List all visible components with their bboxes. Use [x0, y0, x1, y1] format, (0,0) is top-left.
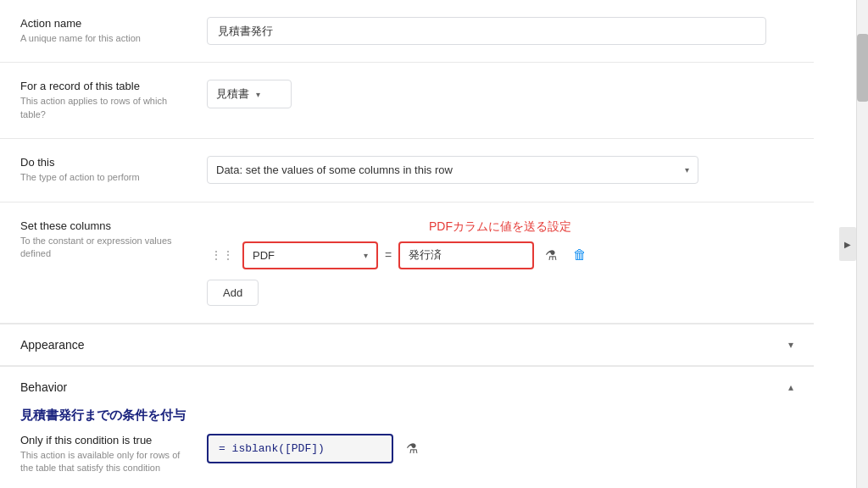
condition-row: Only if this condition is true This acti…	[20, 434, 793, 475]
chevron-down-icon: ▾	[256, 90, 260, 99]
behavior-title: Behavior	[20, 380, 67, 394]
behavior-annotation: 見積書発行までの条件を付与	[20, 408, 793, 424]
equals-sign: =	[383, 248, 393, 262]
action-name-content	[207, 17, 793, 45]
pdf-annotation: PDFカラムに値を送る設定	[207, 219, 793, 235]
chevron-down-icon: ▾	[788, 339, 793, 351]
set-columns-section: Set these columns To the constant or exp…	[0, 202, 814, 324]
appearance-title: Appearance	[20, 338, 85, 352]
action-name-desc: A unique name for this action	[20, 32, 190, 45]
beaker-icon[interactable]: ⚗	[539, 243, 563, 267]
drag-handle-icon[interactable]: ⋮⋮	[207, 245, 237, 265]
behavior-content: 見積書発行までの条件を付与 Only if this condition is …	[0, 408, 814, 488]
action-name-input[interactable]	[207, 17, 766, 45]
for-record-section: For a record of this table This action a…	[0, 63, 814, 139]
behavior-header[interactable]: Behavior ▴	[0, 367, 814, 408]
scrollbar-thumb[interactable]	[857, 34, 868, 102]
action-name-label: Action name A unique name for this actio…	[20, 17, 207, 45]
for-record-title: For a record of this table	[20, 80, 190, 92]
set-columns-title: Set these columns	[20, 219, 190, 232]
do-this-section: Do this The type of action to perform Da…	[0, 139, 814, 202]
condition-title: Only if this condition is true	[20, 434, 190, 446]
for-record-desc: This action applies to rows of which tab…	[20, 95, 190, 121]
do-this-value: Data: set the values of some columns in …	[216, 164, 453, 176]
condition-input[interactable]	[207, 434, 393, 463]
set-columns-content: PDFカラムに値を送る設定 ⋮⋮ PDF ▾ = ⚗ 🗑 Add	[207, 219, 793, 306]
chevron-down-icon: ▾	[685, 165, 689, 175]
appearance-section: Appearance ▾	[0, 324, 814, 366]
col-name-dropdown[interactable]: PDF ▾	[242, 241, 378, 269]
beaker-icon[interactable]: ⚗	[400, 436, 424, 460]
table-dropdown[interactable]: 見積書 ▾	[207, 80, 292, 108]
col-name-value: PDF	[253, 249, 275, 262]
arrow-right-icon: ▶	[844, 240, 851, 249]
col-value-input[interactable]	[398, 241, 534, 269]
for-record-label: For a record of this table This action a…	[20, 80, 207, 121]
chevron-down-icon: ▾	[364, 251, 368, 260]
scrollbar[interactable]	[856, 0, 868, 488]
do-this-content: Data: set the values of some columns in …	[207, 156, 793, 184]
do-this-desc: The type of action to perform	[20, 171, 190, 184]
condition-desc: This action is available only for rows o…	[20, 449, 190, 475]
condition-label: Only if this condition is true This acti…	[20, 434, 207, 475]
chevron-up-icon: ▴	[788, 381, 793, 393]
do-this-dropdown[interactable]: Data: set the values of some columns in …	[207, 156, 698, 184]
column-row: ⋮⋮ PDF ▾ = ⚗ 🗑	[207, 241, 793, 269]
behavior-section: Behavior ▴ 見積書発行までの条件を付与 Only if this co…	[0, 366, 814, 488]
action-name-section: Action name A unique name for this actio…	[0, 0, 814, 63]
do-this-label: Do this The type of action to perform	[20, 156, 207, 184]
set-columns-desc: To the constant or expression values def…	[20, 235, 190, 261]
do-this-title: Do this	[20, 156, 190, 169]
set-columns-label: Set these columns To the constant or exp…	[20, 219, 207, 261]
condition-input-wrapper: ⚗	[207, 434, 793, 463]
delete-icon[interactable]: 🗑	[568, 243, 592, 267]
add-button[interactable]: Add	[207, 280, 259, 306]
table-dropdown-value: 見積書	[216, 86, 249, 102]
for-record-content: 見積書 ▾	[207, 80, 793, 108]
appearance-header[interactable]: Appearance ▾	[0, 324, 814, 365]
nav-arrow-right[interactable]: ▶	[839, 227, 856, 261]
action-name-title: Action name	[20, 17, 190, 30]
